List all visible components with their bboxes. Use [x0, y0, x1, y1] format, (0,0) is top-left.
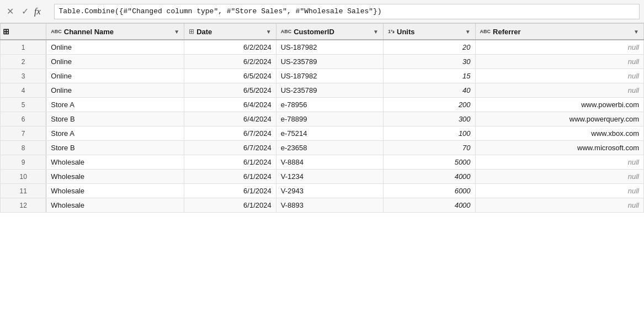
data-table: ⊞ ABC Channel Name ▼ ⊞ Date ▼ — [0, 23, 644, 213]
row-number: 3 — [1, 69, 46, 83]
col-label-referrer: Referrer — [493, 28, 521, 36]
cell-customer-id: e-78956 — [276, 98, 383, 112]
referrer-type-icon: ABC — [480, 29, 491, 34]
cell-referrer: www.powerquery.com — [475, 112, 643, 126]
row-number: 11 — [1, 184, 46, 198]
table-row[interactable]: 3Online6/5/2024US-18798215null — [1, 69, 644, 83]
cell-units: 100 — [384, 126, 476, 141]
table-row[interactable]: 10Wholesale6/1/2024V-12344000null — [1, 170, 644, 184]
cell-channel-name: Online — [46, 40, 184, 55]
table-row[interactable]: 12Wholesale6/1/2024V-88934000null — [1, 198, 644, 213]
date-type-icon: ⊞ — [189, 28, 194, 35]
cell-channel-name: Store B — [46, 141, 184, 155]
cell-date: 6/2/2024 — [184, 40, 276, 55]
cell-date: 6/5/2024 — [184, 69, 276, 83]
cell-units: 200 — [384, 98, 476, 112]
table-row[interactable]: 9Wholesale6/1/2024V-88845000null — [1, 155, 644, 170]
col-header-referrer[interactable]: ABC Referrer ▼ — [475, 24, 643, 40]
cell-channel-name: Online — [46, 83, 184, 98]
cell-date: 6/4/2024 — [184, 112, 276, 126]
cell-customer-id: US-235789 — [276, 55, 383, 69]
formula-bar: ✕ ✓ fx — [0, 0, 644, 23]
cell-units: 6000 — [384, 184, 476, 198]
col-header-channel-name[interactable]: ABC Channel Name ▼ — [46, 24, 184, 40]
cell-date: 6/1/2024 — [184, 184, 276, 198]
table-icon: ⊞ — [3, 27, 9, 36]
formula-icons: ✕ ✓ fx — [4, 5, 49, 18]
cell-referrer: null — [475, 198, 643, 213]
cell-referrer: www.powerbi.com — [475, 98, 643, 112]
table-container: ⊞ ABC Channel Name ▼ ⊞ Date ▼ — [0, 23, 644, 327]
table-row[interactable]: 5Store A6/4/2024e-78956200www.powerbi.co… — [1, 98, 644, 112]
cell-channel-name: Wholesale — [46, 155, 184, 170]
cell-channel-name: Store A — [46, 126, 184, 141]
row-number: 5 — [1, 98, 46, 112]
table-row[interactable]: 8Store B6/7/2024e-2365870www.microsoft.c… — [1, 141, 644, 155]
cell-referrer: www.xbox.com — [475, 126, 643, 141]
formula-input[interactable] — [54, 4, 640, 19]
col-label-units: Units — [397, 28, 415, 36]
row-number: 4 — [1, 83, 46, 98]
table-row[interactable]: 2Online6/2/2024US-23578930null — [1, 55, 644, 69]
cell-units: 30 — [384, 55, 476, 69]
cell-referrer: null — [475, 184, 643, 198]
table-row[interactable]: 11Wholesale6/1/2024V-29436000null — [1, 184, 644, 198]
cell-customer-id: US-187982 — [276, 69, 383, 83]
cell-referrer: null — [475, 69, 643, 83]
referrer-dropdown-icon[interactable]: ▼ — [634, 29, 639, 35]
row-number: 9 — [1, 155, 46, 170]
cell-referrer: null — [475, 83, 643, 98]
col-label-date: Date — [196, 28, 212, 36]
col-header-units[interactable]: 1²₃ Units ▼ — [384, 24, 476, 40]
cell-customer-id: US-187982 — [276, 40, 383, 55]
cell-units: 300 — [384, 112, 476, 126]
cell-channel-name: Store B — [46, 112, 184, 126]
confirm-icon[interactable]: ✓ — [19, 5, 31, 18]
cell-customer-id: e-23658 — [276, 141, 383, 155]
cell-units: 70 — [384, 141, 476, 155]
table-row[interactable]: 6Store B6/4/2024e-78899300www.powerquery… — [1, 112, 644, 126]
table-row[interactable]: 1Online6/2/2024US-18798220null — [1, 40, 644, 55]
cell-referrer: null — [475, 170, 643, 184]
units-dropdown-icon[interactable]: ▼ — [465, 29, 471, 35]
col-header-customer-id[interactable]: ABC CustomerID ▼ — [276, 24, 383, 40]
table-header-row: ⊞ ABC Channel Name ▼ ⊞ Date ▼ — [1, 24, 644, 40]
cell-referrer: null — [475, 40, 643, 55]
cell-date: 6/1/2024 — [184, 155, 276, 170]
cell-date: 6/5/2024 — [184, 83, 276, 98]
cell-units: 20 — [384, 40, 476, 55]
channel-name-dropdown-icon[interactable]: ▼ — [174, 29, 179, 35]
row-number: 8 — [1, 141, 46, 155]
cell-channel-name: Online — [46, 55, 184, 69]
cell-units: 4000 — [384, 198, 476, 213]
units-type-icon: 1²₃ — [388, 29, 395, 34]
channel-name-type-icon: ABC — [51, 29, 62, 34]
table-row[interactable]: 7Store A6/7/2024e-75214100www.xbox.com — [1, 126, 644, 141]
col-label-customer-id: CustomerID — [294, 28, 334, 36]
row-num-header: ⊞ — [1, 24, 46, 40]
cell-referrer: null — [475, 55, 643, 69]
cell-referrer: www.microsoft.com — [475, 141, 643, 155]
cell-customer-id: US-235789 — [276, 83, 383, 98]
cell-channel-name: Online — [46, 69, 184, 83]
col-label-channel-name: Channel Name — [64, 28, 114, 36]
col-header-date[interactable]: ⊞ Date ▼ — [184, 24, 276, 40]
cell-date: 6/2/2024 — [184, 55, 276, 69]
table-row[interactable]: 4Online6/5/2024US-23578940null — [1, 83, 644, 98]
cell-customer-id: V-1234 — [276, 170, 383, 184]
row-number: 2 — [1, 55, 46, 69]
cell-customer-id: V-2943 — [276, 184, 383, 198]
cell-customer-id: V-8884 — [276, 155, 383, 170]
customer-id-dropdown-icon[interactable]: ▼ — [373, 29, 379, 35]
fx-label: fx — [34, 7, 41, 17]
cell-channel-name: Wholesale — [46, 170, 184, 184]
cell-date: 6/1/2024 — [184, 198, 276, 213]
date-dropdown-icon[interactable]: ▼ — [266, 29, 272, 35]
cell-date: 6/7/2024 — [184, 126, 276, 141]
customer-id-type-icon: ABC — [281, 29, 292, 34]
cancel-icon[interactable]: ✕ — [4, 5, 16, 18]
table-body: 1Online6/2/2024US-18798220null2Online6/2… — [1, 40, 644, 213]
cell-referrer: null — [475, 155, 643, 170]
row-number: 12 — [1, 198, 46, 213]
cell-date: 6/7/2024 — [184, 141, 276, 155]
